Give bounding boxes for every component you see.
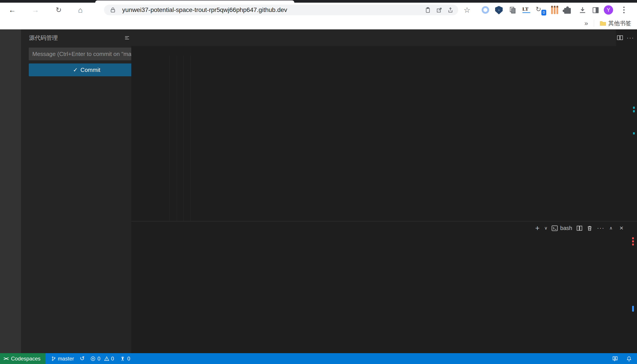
codespaces-label: Codespaces [11, 356, 41, 362]
problems-indicator[interactable]: 0 0 [90, 356, 114, 362]
code-editor[interactable] [131, 56, 637, 221]
vscode-workbench: 源代码管理 ✓ ↻ ··· ✓ Commit ∨ ··· [0, 30, 637, 364]
editor-more-actions-icon[interactable]: ··· [626, 30, 634, 46]
split-editor-icon[interactable] [616, 30, 623, 46]
branch-indicator[interactable]: master [51, 356, 74, 362]
remote-icon: >< [4, 356, 9, 362]
reload-icon[interactable]: ↻ [53, 3, 64, 17]
back-icon[interactable]: ← [7, 3, 18, 17]
terminal-overview-mark-error [632, 240, 634, 242]
open-in-window-icon[interactable] [436, 6, 444, 14]
codespaces-remote-indicator[interactable]: >< Codespaces [0, 353, 45, 364]
other-bookmarks-label: 其他书签 [608, 20, 631, 27]
notifications-bell-icon[interactable] [626, 356, 632, 362]
breadcrumb [131, 46, 616, 56]
profile-avatar[interactable]: Y [604, 5, 613, 14]
terminal-overview-mark-error [632, 244, 634, 246]
status-bar-right [612, 356, 637, 362]
check-icon: ✓ [73, 66, 78, 74]
error-icon [90, 356, 96, 361]
browser-toolbar: ← → ↻ ⌂ yunwei37-potential-space-trout-r… [0, 3, 637, 17]
forward-icon[interactable]: → [30, 3, 41, 17]
screen: ← → ↻ ⌂ yunwei37-potential-space-trout-r… [0, 0, 637, 364]
extension-pages-icon[interactable] [509, 6, 517, 14]
feedback-icon[interactable] [612, 356, 618, 362]
editor-overview-mark [633, 132, 635, 134]
extensions-puzzle-icon[interactable] [564, 6, 571, 14]
clipboard-icon[interactable] [425, 6, 432, 14]
editor-overview-mark [633, 110, 635, 112]
browser-active-tab[interactable] [95, 0, 294, 3]
warning-icon [104, 356, 109, 361]
commit-message-input[interactable] [29, 48, 145, 60]
commit-button-label: Commit [81, 66, 101, 74]
new-terminal-icon[interactable]: + [535, 224, 540, 232]
url-bar[interactable]: yunwei37-potential-space-trout-rpr5qwj66… [104, 5, 458, 15]
extension-crayons-icon[interactable] [551, 6, 558, 14]
sync-badge-count: 0 [541, 10, 546, 16]
bookmarks-bar: » 其他书签 [0, 17, 637, 30]
branch-icon [51, 356, 56, 362]
terminal-overview-mark-error [632, 237, 634, 239]
bookmark-star-icon[interactable]: ☆ [461, 3, 473, 17]
warning-count: 0 [111, 356, 114, 362]
browser-menu-icon[interactable] [621, 5, 626, 15]
status-bar: >< Codespaces master ↺ 0 0 [0, 353, 637, 364]
lock-icon [110, 7, 117, 14]
extension-languagetool-icon[interactable]: LT [522, 6, 531, 13]
extension-shield-icon[interactable]: › [495, 6, 503, 14]
extension-ring-icon[interactable] [482, 6, 489, 14]
editor-tab-bar: ··· [131, 30, 616, 46]
bookmarks-divider [594, 20, 594, 27]
extension-sync-badge-icon[interactable]: ↻ 0 [536, 5, 545, 15]
share-icon[interactable] [447, 6, 455, 14]
branch-name: master [58, 356, 74, 362]
sync-icon: ↺ [80, 355, 85, 362]
close-panel-icon[interactable]: × [619, 224, 623, 232]
ports-count: 0 [127, 356, 130, 362]
terminal-shell-icon [551, 225, 558, 234]
terminal-output[interactable] [131, 235, 637, 352]
terminal-dropdown-icon[interactable]: ∨ [544, 224, 548, 232]
ports-indicator[interactable]: 0 [120, 356, 130, 362]
split-terminal-icon[interactable] [576, 225, 583, 234]
other-bookmarks[interactable]: 其他书签 [600, 20, 631, 27]
sync-changes-button[interactable]: ↺ [80, 355, 85, 362]
editor-overview-mark [633, 106, 635, 109]
activity-bar [0, 30, 21, 353]
downloads-icon[interactable] [578, 6, 587, 14]
kill-terminal-icon[interactable] [586, 225, 593, 234]
bookmarks-overflow-chevron[interactable]: » [584, 20, 588, 27]
view-as-list-icon[interactable] [123, 34, 131, 42]
browser-tab-strip [0, 0, 637, 3]
terminal-panel: + ∨ bash ··· ∧ × [131, 221, 637, 353]
home-icon[interactable]: ⌂ [75, 3, 86, 17]
folder-icon [600, 20, 606, 26]
sidebar-title: 源代码管理 [29, 30, 58, 46]
panel-more-actions-icon[interactable]: ··· [597, 224, 604, 232]
url-text[interactable]: yunwei37-potential-space-trout-rpr5qwj66… [122, 5, 287, 15]
terminal-shell-label[interactable]: bash [560, 224, 572, 232]
radio-tower-icon [120, 356, 126, 362]
terminal-overview-mark-command [632, 306, 634, 312]
error-count: 0 [97, 356, 100, 362]
side-panel-icon[interactable] [591, 6, 600, 14]
commit-button[interactable]: ✓ Commit ∨ [29, 64, 145, 76]
maximize-panel-icon[interactable]: ∧ [609, 224, 613, 232]
